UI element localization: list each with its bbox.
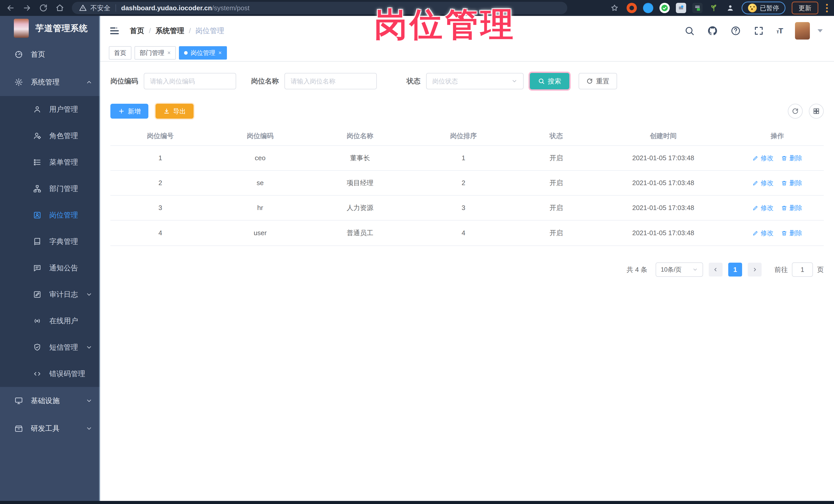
sidebar-item-sms[interactable]: 短信管理 bbox=[0, 334, 100, 360]
sidebar-item-label: 短信管理 bbox=[49, 343, 78, 352]
fullscreen-icon[interactable] bbox=[753, 25, 764, 36]
edit-link[interactable]: 修改 bbox=[752, 229, 773, 237]
tab-posts[interactable]: 岗位管理 × bbox=[179, 46, 227, 60]
tab-departments[interactable]: 部门管理 × bbox=[134, 46, 176, 60]
caret-down-icon[interactable] bbox=[817, 29, 823, 32]
page-number-active[interactable]: 1 bbox=[728, 263, 742, 277]
delete-link[interactable]: 删除 bbox=[781, 179, 802, 187]
post-name-input[interactable] bbox=[284, 73, 377, 89]
sidebar-item-label: 错误码管理 bbox=[49, 369, 85, 379]
column-settings-button[interactable] bbox=[809, 104, 824, 118]
delete-link[interactable]: 删除 bbox=[781, 204, 802, 212]
sidebar-item-audit-log[interactable]: 审计日志 bbox=[0, 281, 100, 308]
sidebar-item-label: 字典管理 bbox=[49, 237, 78, 246]
breadcrumb-home[interactable]: 首页 bbox=[130, 26, 144, 36]
app-frame: 芋道管理系统 首页 系统管理 用户管理 角色管理 bbox=[0, 16, 834, 501]
tab-home[interactable]: 首页 bbox=[109, 46, 131, 60]
chevron-down-icon bbox=[692, 267, 698, 272]
cell-created-time: 2021-01-05 17:03:48 bbox=[595, 154, 731, 162]
cell-post-sort: 3 bbox=[410, 204, 517, 212]
chevron-down-icon bbox=[86, 425, 92, 432]
page-size-select[interactable]: 10条/页 bbox=[656, 262, 703, 277]
sidebar-item-menus[interactable]: 菜单管理 bbox=[0, 149, 100, 175]
export-button[interactable]: 导出 bbox=[156, 104, 194, 118]
security-label[interactable]: 不安全 bbox=[90, 4, 110, 13]
kebab-menu-icon[interactable] bbox=[825, 4, 829, 12]
cell-post-code: ceo bbox=[210, 154, 310, 162]
prev-page-button[interactable] bbox=[709, 263, 723, 277]
url-path[interactable]: /system/post bbox=[212, 4, 249, 12]
sidebar-item-infrastructure[interactable]: 基础设施 bbox=[0, 387, 100, 415]
help-icon[interactable] bbox=[730, 25, 741, 36]
navbar: 首页 / 系统管理 / 岗位管理 bbox=[100, 16, 834, 46]
table-settings bbox=[788, 104, 824, 118]
goto-page-input[interactable] bbox=[792, 262, 813, 277]
font-size-icon[interactable]: тT bbox=[776, 26, 783, 35]
sidebar-item-error-codes[interactable]: 错误码管理 bbox=[0, 360, 100, 387]
paused-extension-badge[interactable]: 已暂停 bbox=[742, 2, 786, 14]
sidebar-item-system[interactable]: 系统管理 bbox=[0, 68, 100, 96]
chevron-right-icon bbox=[752, 267, 758, 272]
sidebar-item-departments[interactable]: 部门管理 bbox=[0, 175, 100, 202]
edit-link[interactable]: 修改 bbox=[752, 154, 773, 162]
forward-icon[interactable] bbox=[21, 2, 33, 14]
column-header: 创建时间 bbox=[595, 131, 731, 140]
extension-icon[interactable] bbox=[692, 3, 703, 13]
extension-icon[interactable] bbox=[627, 3, 637, 13]
sidebar-item-dictionary[interactable]: 字典管理 bbox=[0, 228, 100, 255]
sidebar-item-notices[interactable]: 通知公告 bbox=[0, 255, 100, 281]
post-code-input[interactable] bbox=[144, 73, 236, 89]
extension-icon[interactable] bbox=[725, 3, 736, 13]
sidebar-item-online-users[interactable]: 在线用户 bbox=[0, 308, 100, 334]
sidebar-item-home[interactable]: 首页 bbox=[0, 41, 100, 68]
tab-label: 岗位管理 bbox=[191, 49, 215, 57]
add-button[interactable]: 新增 bbox=[110, 104, 148, 118]
cell-post-name: 董事长 bbox=[310, 154, 410, 162]
star-icon[interactable] bbox=[609, 2, 620, 14]
extension-icon[interactable] bbox=[676, 3, 686, 13]
url-host[interactable]: dashboard.yudao.iocoder.cn bbox=[121, 4, 212, 12]
extension-icon[interactable] bbox=[643, 3, 653, 13]
breadcrumb-system[interactable]: 系统管理 bbox=[156, 26, 184, 36]
reset-button[interactable]: 重置 bbox=[578, 73, 617, 89]
search-icon[interactable] bbox=[684, 25, 695, 36]
close-icon[interactable]: × bbox=[167, 50, 171, 56]
home-icon[interactable] bbox=[54, 2, 66, 14]
search-button[interactable]: 搜索 bbox=[530, 73, 569, 89]
edit-link[interactable]: 修改 bbox=[752, 179, 773, 187]
update-button[interactable]: 更新 bbox=[792, 2, 818, 14]
post-badge-icon bbox=[33, 211, 42, 220]
avatar[interactable] bbox=[795, 22, 810, 40]
reload-icon[interactable] bbox=[38, 2, 49, 14]
screen: 不安全 dashboard.yudao.iocoder.cn /system/p… bbox=[0, 0, 834, 504]
pagination: 共 4 条 10条/页 1 前往 页 bbox=[110, 262, 824, 277]
sidebar-item-dev-tools[interactable]: 研发工具 bbox=[0, 415, 100, 442]
table-row: 1 ceo 董事长 1 开启 2021-01-05 17:03:48 修改 删除 bbox=[110, 146, 824, 171]
address-bar[interactable]: 不安全 dashboard.yudao.iocoder.cn /system/p… bbox=[72, 2, 567, 14]
cell-post-status: 开启 bbox=[517, 228, 595, 238]
emoji-icon bbox=[748, 4, 757, 12]
close-icon[interactable]: × bbox=[218, 50, 222, 56]
extension-icon[interactable] bbox=[709, 3, 719, 13]
cell-post-id: 2 bbox=[110, 179, 210, 187]
next-page-button[interactable] bbox=[748, 263, 762, 277]
hamburger-icon[interactable] bbox=[109, 25, 120, 37]
edit-pencil-icon bbox=[752, 205, 759, 211]
delete-link[interactable]: 删除 bbox=[781, 229, 802, 237]
sidebar-item-roles[interactable]: 角色管理 bbox=[0, 123, 100, 149]
extension-icon[interactable] bbox=[659, 3, 670, 13]
sidebar-item-users[interactable]: 用户管理 bbox=[0, 96, 100, 123]
back-icon[interactable] bbox=[5, 2, 17, 14]
app-logo-row[interactable]: 芋道管理系统 bbox=[0, 16, 100, 41]
sidebar-item-label: 基础设施 bbox=[31, 396, 60, 406]
refresh-table-button[interactable] bbox=[788, 104, 803, 118]
sidebar-item-label: 系统管理 bbox=[31, 77, 60, 87]
cell-post-status: 开启 bbox=[517, 154, 595, 162]
github-icon[interactable] bbox=[707, 25, 718, 36]
status-select[interactable]: 岗位状态 bbox=[426, 73, 524, 89]
tab-label: 部门管理 bbox=[140, 49, 164, 57]
sidebar-item-posts[interactable]: 岗位管理 bbox=[0, 202, 100, 228]
delete-link[interactable]: 删除 bbox=[781, 154, 802, 162]
edit-link[interactable]: 修改 bbox=[752, 204, 773, 212]
gear-icon bbox=[14, 78, 23, 87]
